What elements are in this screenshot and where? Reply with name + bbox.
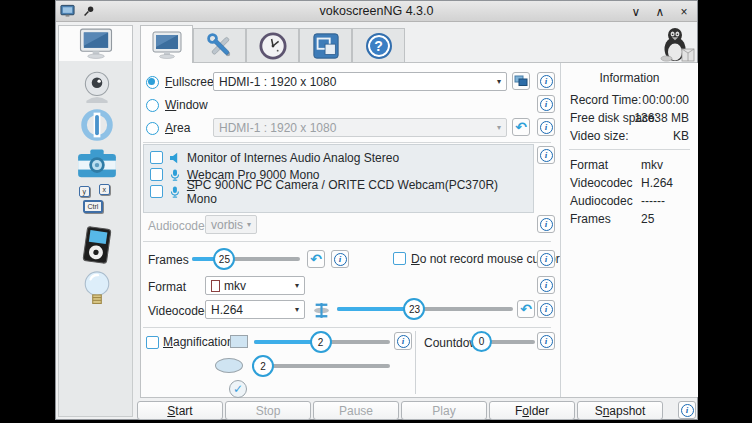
info-button[interactable]: i (537, 276, 555, 294)
videoquality-slider-handle[interactable]: 23 (403, 298, 425, 320)
tab-settings[interactable] (193, 28, 246, 63)
info-button[interactable]: i (537, 146, 555, 164)
device-label: Monitor of Internes Audio Analog Stereo (187, 151, 399, 165)
close-button[interactable]: × (677, 5, 691, 19)
fullscreen-display-select[interactable]: HDMI-1 : 1920 x 1080▾ (213, 72, 507, 91)
maximize-button[interactable]: ∧ (653, 5, 667, 19)
info-format-label: Format (570, 158, 608, 172)
window-title: vokoscreenNG 4.3.0 (56, 4, 697, 18)
area-reset-button[interactable]: ↶ (512, 118, 530, 136)
countdown-slider[interactable]: 0 (473, 331, 535, 353)
format-label: Format (148, 280, 186, 294)
info-button[interactable]: i (537, 215, 555, 233)
magnification-size-slider[interactable]: 2 (254, 331, 390, 353)
videocodec-select[interactable]: H.264▾ (205, 300, 305, 319)
magnifier-shape-circle-selected[interactable]: ✓ (229, 380, 247, 398)
frames-slider[interactable]: 25 (192, 248, 300, 270)
info-icon: i (540, 335, 553, 348)
folder-button[interactable]: Folder (489, 401, 575, 420)
videoquality-reset-button[interactable]: ↶ (517, 300, 535, 318)
minimize-button[interactable]: ∨ (629, 5, 643, 19)
compress-icon (313, 303, 330, 318)
format-select[interactable]: mkv▾ (205, 276, 305, 295)
info-button[interactable]: i (394, 332, 412, 350)
radio-area[interactable] (146, 122, 159, 135)
info-icon: i (540, 149, 553, 162)
videoquality-slider[interactable]: 23 (337, 298, 513, 320)
info-button[interactable]: i (537, 72, 555, 90)
info-button[interactable]: i (537, 332, 555, 350)
sidebar-button-hotkeys[interactable]: y x Ctrl (59, 184, 134, 220)
sidebar-button-player[interactable] (59, 225, 134, 265)
radio-fullscreen[interactable] (146, 76, 159, 89)
tab-windows[interactable] (299, 28, 352, 63)
mouse-cursor-checkbox[interactable] (393, 252, 406, 265)
webcam-icon (79, 69, 115, 105)
pause-button[interactable]: Pause (313, 401, 399, 420)
info-videocodec-label: Videocodec (570, 176, 633, 190)
video-size-value: KB (673, 129, 689, 143)
titlebar[interactable]: vokoscreenNG 4.3.0 ∨ ∧ × (56, 1, 697, 22)
info-icon: i (540, 98, 553, 111)
sidebar-button-camera[interactable] (59, 147, 134, 181)
magnification-checkbox[interactable] (146, 336, 159, 349)
info-frames-label: Frames (570, 212, 611, 226)
undo-icon: ↶ (515, 120, 527, 134)
sidebar-button-screen[interactable] (58, 25, 133, 62)
videocodec-label: Videocodec (148, 304, 211, 318)
tab-help[interactable]: ? (352, 28, 405, 63)
frames-slider-handle[interactable]: 25 (213, 248, 235, 270)
device-checkbox[interactable] (150, 168, 163, 181)
audio-device-row[interactable]: SPC 900NC PC Camera / ORITE CCD Webcam(P… (150, 183, 527, 200)
info-icon: i (540, 279, 553, 292)
info-format-value: mkv (641, 158, 663, 172)
display-refresh-button[interactable] (512, 72, 530, 90)
info-button[interactable]: i (537, 118, 555, 136)
info-button[interactable]: i (331, 250, 349, 268)
sidebar-button-systray[interactable] (59, 107, 134, 143)
record-time-label: Record Time: (570, 93, 641, 107)
sidebar-button-webcam[interactable] (59, 69, 134, 105)
area-display-select: HDMI-1 : 1920 x 1080▾ (213, 118, 507, 137)
start-button[interactable]: Start (137, 401, 223, 420)
frames-reset-button[interactable]: ↶ (307, 250, 325, 268)
information-title: Information (561, 71, 698, 85)
magnification-shape-handle[interactable]: 2 (252, 355, 274, 377)
magnification-size-handle[interactable]: 2 (310, 331, 332, 353)
info-button[interactable]: i (537, 300, 555, 318)
countdown-slider-handle[interactable]: 0 (471, 331, 492, 352)
info-icon: i (540, 303, 553, 316)
play-button[interactable]: Play (401, 401, 487, 420)
magnifier-shape-rectangle[interactable] (230, 335, 248, 348)
frames-label: Frames (148, 253, 189, 267)
audio-device-row[interactable]: Monitor of Internes Audio Analog Stereo (150, 149, 527, 166)
magnification-label: Magnification (163, 335, 234, 349)
tab-timer[interactable] (246, 28, 299, 63)
screens-icon (514, 75, 528, 87)
stop-button[interactable]: Stop (225, 401, 311, 420)
tab-screen[interactable] (140, 25, 193, 63)
video-size-label: Video size: (570, 129, 628, 143)
tux-penguin-logo (659, 25, 697, 63)
info-button[interactable]: i (537, 250, 555, 268)
radio-window[interactable] (146, 99, 159, 112)
chevron-down-icon: ▾ (295, 281, 299, 290)
sidebar-button-help[interactable] (59, 269, 134, 309)
chevron-down-icon: ▾ (497, 123, 501, 132)
info-audiocodec-label: Audiocodec (570, 194, 633, 208)
magnification-shape-slider[interactable]: 2 (252, 355, 390, 377)
info-button[interactable]: i (537, 95, 555, 113)
device-checkbox[interactable] (150, 151, 163, 164)
snapshot-button[interactable]: Snapshot (577, 401, 663, 420)
info-icon: i (397, 335, 410, 348)
speaker-icon (169, 152, 181, 164)
info-icon: i (540, 75, 553, 88)
microphone-icon (169, 169, 181, 181)
magnifier-shape-ellipse[interactable] (215, 358, 243, 373)
device-checkbox[interactable] (150, 185, 163, 198)
clock-icon (259, 32, 287, 60)
info-videocodec-value: H.264 (641, 176, 673, 190)
info-button[interactable]: i (678, 401, 696, 419)
audiocodec-label: Audiocodec (148, 219, 211, 233)
power-pause-icon (79, 107, 115, 143)
